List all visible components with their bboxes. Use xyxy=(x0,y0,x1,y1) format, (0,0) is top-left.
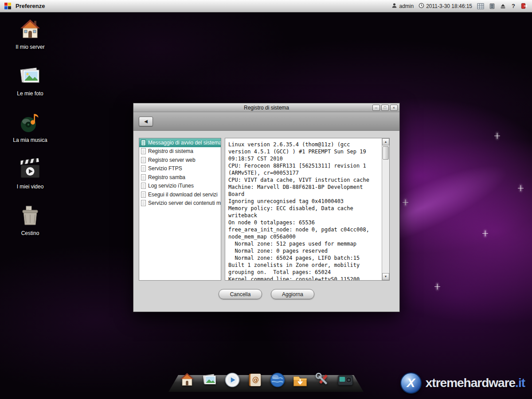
list-item-label: Messaggio di avvio del sistema xyxy=(148,140,221,146)
dock-tools-icon[interactable] xyxy=(314,371,332,389)
document-icon xyxy=(141,192,146,198)
trash-icon xyxy=(19,205,42,229)
logout-button[interactable] xyxy=(521,3,528,9)
server-rack-icon xyxy=(489,3,495,9)
document-icon xyxy=(141,183,146,189)
document-icon xyxy=(141,200,146,206)
window-titlebar[interactable]: Registro di sistema – □ × xyxy=(133,103,399,112)
window-controls: – □ × xyxy=(372,105,398,111)
dock-browser-icon[interactable] xyxy=(269,371,286,389)
desktop-icon-label: Le mie foto xyxy=(17,90,43,97)
scroll-up-button[interactable]: ▲ xyxy=(382,138,389,145)
app-logo-icon xyxy=(4,3,11,9)
dock-contacts-icon[interactable]: @ xyxy=(246,371,264,389)
home-icon xyxy=(19,19,42,43)
list-item-label: Servizio FTPS xyxy=(148,165,182,172)
topbar: Preferenze admin 2011-3-30 18:46:15 xyxy=(0,0,532,12)
desktop-icon-my-photos[interactable]: Le mie foto xyxy=(9,65,51,97)
document-icon xyxy=(141,148,146,154)
dock-media-player-icon[interactable] xyxy=(223,371,241,389)
log-category-list: Messaggio di avvio del sistema Registro … xyxy=(139,138,221,281)
cancel-button[interactable]: Cancella xyxy=(219,289,262,299)
document-icon xyxy=(141,165,146,172)
dock-icon-row: @ xyxy=(168,371,364,389)
list-item-download-service[interactable]: Esegui il download del servizi xyxy=(139,190,221,199)
back-button[interactable]: ◀ xyxy=(139,117,153,126)
username: admin xyxy=(399,3,414,9)
table-view-button[interactable] xyxy=(477,3,484,9)
logout-icon xyxy=(521,3,528,9)
dock: @ xyxy=(168,373,364,392)
list-item-label: Servizio server dei contenuti m xyxy=(148,200,221,206)
system-log-window: Registro di sistema – □ × ◀ Messaggio di… xyxy=(133,103,400,312)
refresh-button[interactable]: Aggiorna xyxy=(271,289,314,299)
log-viewer-panel: Linux version 2.6.35.4 (thom@11z) (gcc v… xyxy=(225,138,390,281)
list-item-itunes-log[interactable]: Log servizio iTunes xyxy=(139,182,221,191)
desktop-icon-my-music[interactable]: La mia musica xyxy=(9,112,51,143)
list-item-label: Esegui il download del servizi xyxy=(148,192,218,198)
videos-icon xyxy=(19,158,42,182)
sparkle-decoration xyxy=(494,133,500,139)
list-item-samba-log[interactable]: Registro samba xyxy=(139,173,221,182)
music-icon xyxy=(19,112,42,136)
desktop-icon-label: Cestino xyxy=(21,230,39,236)
dock-downloads-icon[interactable] xyxy=(291,371,309,389)
grid-icon xyxy=(477,3,484,9)
sparkle-decoration xyxy=(403,200,408,205)
document-icon xyxy=(141,157,146,163)
sparkle-decoration xyxy=(518,185,524,191)
user-icon xyxy=(391,3,397,10)
list-item-web-server-log[interactable]: Registro server web xyxy=(139,156,221,164)
list-item-boot-message[interactable]: Messaggio di avvio del sistema xyxy=(139,138,221,147)
dock-photos-icon[interactable] xyxy=(201,371,219,389)
xtremehardware-wordmark: xtremehardware.it xyxy=(426,376,525,390)
desktop-icon-label: La mia musica xyxy=(13,137,47,143)
dock-home-icon[interactable] xyxy=(178,371,196,389)
list-item-system-log[interactable]: Registro di sistema xyxy=(139,147,221,156)
list-item-label: Registro di sistema xyxy=(148,148,193,154)
desktop-icon-my-server[interactable]: Il mio server xyxy=(9,19,51,50)
desktop-icon-column: Il mio server Le mie foto xyxy=(9,19,51,236)
list-item-ftps-service[interactable]: Servizio FTPS xyxy=(139,164,221,173)
xtremehardware-logo-icon: X xyxy=(400,372,422,394)
clock-display: 2011-3-30 18:46:15 xyxy=(419,3,472,10)
datetime: 2011-3-30 18:46:15 xyxy=(426,3,472,9)
desktop-icon-label: Il mio server xyxy=(16,44,44,50)
dialog-button-row: Cancella Aggiorna xyxy=(133,289,399,299)
photos-icon xyxy=(19,65,42,89)
dock-camera-icon[interactable] xyxy=(336,371,354,389)
list-item-label: Log servizio iTunes xyxy=(148,183,194,189)
clock-icon xyxy=(419,3,424,10)
user-menu[interactable]: admin xyxy=(391,3,414,10)
minimize-button[interactable]: – xyxy=(372,105,380,111)
scroll-down-button[interactable]: ▼ xyxy=(382,273,389,280)
svg-text:@: @ xyxy=(252,376,258,384)
nas-desktop: Preferenze admin 2011-3-30 18:46:15 xyxy=(0,0,532,399)
page-title: Preferenze xyxy=(16,3,45,9)
window-content: Messaggio di avvio del sistema Registro … xyxy=(133,131,399,312)
desktop-icon-trash[interactable]: Cestino xyxy=(9,205,51,236)
server-status-button[interactable] xyxy=(489,3,495,9)
desktop-icon-label: I miei video xyxy=(17,184,44,190)
window-title: Registro di sistema xyxy=(244,105,289,111)
sparkle-decoration xyxy=(482,231,488,236)
log-text: Linux version 2.6.35.4 (thom@11z) (gcc v… xyxy=(225,138,382,280)
document-icon xyxy=(141,140,146,146)
scrollbar-thumb[interactable] xyxy=(383,146,389,160)
window-toolbar: ◀ xyxy=(133,112,399,131)
document-icon xyxy=(141,174,146,180)
list-item-label: Registro samba xyxy=(148,174,185,180)
sparkle-decoration xyxy=(434,284,440,289)
log-scrollbar[interactable]: ▲ ▼ xyxy=(382,138,389,280)
list-item-label: Registro server web xyxy=(148,157,196,163)
desktop-icon-my-videos[interactable]: I miei video xyxy=(9,158,51,190)
help-button[interactable]: ? xyxy=(511,3,516,9)
eject-icon xyxy=(500,4,506,9)
list-item-media-server[interactable]: Servizio server dei contenuti m xyxy=(139,199,221,208)
maximize-button[interactable]: □ xyxy=(381,105,389,111)
site-branding: X xtremehardware.it xyxy=(400,372,525,394)
close-button[interactable]: × xyxy=(390,105,398,111)
topbar-status-area: admin 2011-3-30 18:46:15 ? xyxy=(391,3,528,10)
eject-button[interactable] xyxy=(500,4,506,9)
